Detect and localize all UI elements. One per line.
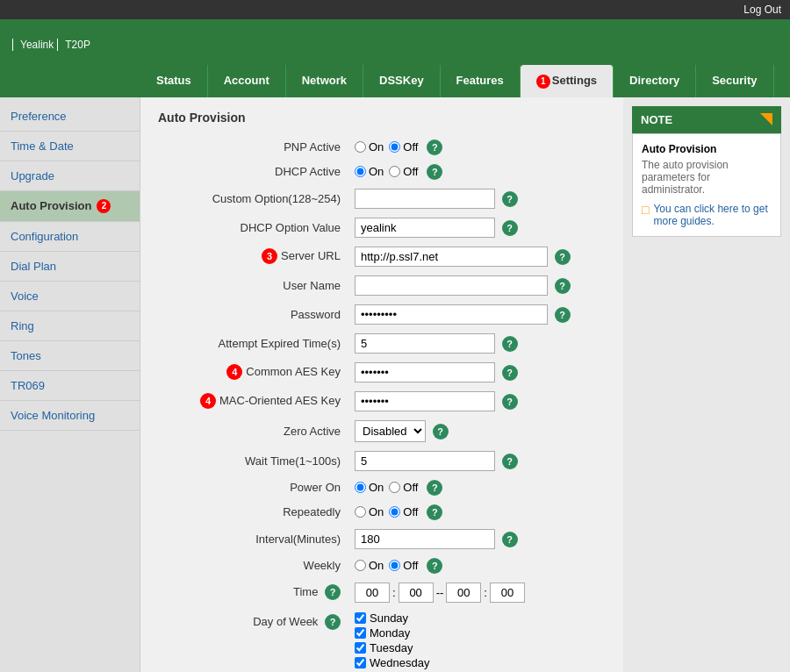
repeatedly-help-icon[interactable]: ? xyxy=(427,504,442,520)
dhcp-off-label[interactable]: Off xyxy=(389,165,418,178)
custom-option-help-icon[interactable]: ? xyxy=(502,191,518,207)
weekly-on-label[interactable]: On xyxy=(355,559,384,572)
day-sunday-checkbox[interactable] xyxy=(355,612,366,624)
label-weekly: Weekly xyxy=(158,554,351,578)
pnp-radio-group: On Off ? xyxy=(355,139,602,155)
interval-minutes-help-icon[interactable]: ? xyxy=(502,532,518,547)
sidebar-item-tr069[interactable]: TR069 xyxy=(0,371,140,401)
sidebar-item-configuration[interactable]: Configuration xyxy=(0,222,140,252)
day-sunday-label[interactable]: Sunday xyxy=(355,611,602,625)
nav-item-status[interactable]: Status xyxy=(140,65,208,97)
sidebar-item-time-date[interactable]: Time & Date xyxy=(0,132,140,161)
day-monday-label[interactable]: Monday xyxy=(355,626,602,640)
sidebar-item-voice-monitoring[interactable]: Voice Monitoring xyxy=(0,401,140,431)
pnp-on-radio[interactable] xyxy=(355,141,366,153)
user-name-help-icon[interactable]: ? xyxy=(555,278,571,294)
weekly-radio-group: On Off ? xyxy=(355,558,602,574)
label-mac-aes: 4MAC-Oriented AES Key xyxy=(158,387,351,416)
power-on-radio-group: On Off ? xyxy=(355,480,602,496)
user-name-input[interactable] xyxy=(355,275,548,296)
dhcp-off-radio[interactable] xyxy=(389,166,400,177)
repeatedly-on-radio[interactable] xyxy=(355,506,366,518)
logo: YealinkT20P xyxy=(9,31,90,54)
mac-aes-help-icon[interactable]: ? xyxy=(502,394,518,410)
day-monday-checkbox[interactable] xyxy=(355,627,366,639)
wait-time-help-icon[interactable]: ? xyxy=(502,454,518,469)
day-wednesday-label[interactable]: Wednesday xyxy=(355,656,602,669)
attempt-expired-help-icon[interactable]: ? xyxy=(502,336,518,352)
row-zero-active: Zero Active Disabled Enabled ? xyxy=(158,416,606,447)
time-m1-input[interactable] xyxy=(399,583,434,603)
time-h1-input[interactable] xyxy=(355,583,390,603)
dhcp-on-label[interactable]: On xyxy=(355,165,384,178)
power-on-on-label[interactable]: On xyxy=(355,481,384,494)
server-url-help-icon[interactable]: ? xyxy=(555,249,571,265)
custom-option-input[interactable] xyxy=(355,189,495,209)
weekly-off-radio[interactable] xyxy=(389,560,400,571)
weekly-help-icon[interactable]: ? xyxy=(427,558,442,574)
zero-active-select[interactable]: Disabled Enabled xyxy=(355,420,426,442)
main-content: Preference Time & Date Upgrade Auto Prov… xyxy=(0,97,790,673)
repeatedly-off-radio[interactable] xyxy=(389,506,400,518)
mac-aes-input[interactable] xyxy=(355,391,495,411)
sidebar-item-auto-provision[interactable]: Auto Provision2 xyxy=(0,191,140,222)
field-dhcp-option-value: ? xyxy=(351,213,606,242)
sidebar-item-upgrade[interactable]: Upgrade xyxy=(0,161,140,191)
nav-item-features[interactable]: Features xyxy=(441,65,521,97)
model-name: T20P xyxy=(57,39,90,51)
note-content-desc: The auto provision parameters for admini… xyxy=(642,159,772,196)
power-on-help-icon[interactable]: ? xyxy=(427,480,442,496)
logout-link[interactable]: Log Out xyxy=(743,4,781,16)
server-url-input[interactable] xyxy=(355,247,548,267)
password-input[interactable] xyxy=(355,304,548,325)
time-help-icon[interactable]: ? xyxy=(325,584,341,600)
repeatedly-off-label[interactable]: Off xyxy=(389,505,418,518)
pnp-off-label[interactable]: Off xyxy=(389,140,418,154)
dhcp-option-help-icon[interactable]: ? xyxy=(502,220,518,236)
pnp-help-icon[interactable]: ? xyxy=(427,139,442,155)
common-aes-input[interactable] xyxy=(355,362,495,382)
nav-item-settings[interactable]: 1Settings xyxy=(521,65,614,97)
nav-item-network[interactable]: Network xyxy=(286,65,363,97)
sidebar-item-ring[interactable]: Ring xyxy=(0,311,140,341)
wait-time-input[interactable] xyxy=(355,451,495,471)
sidebar-item-voice[interactable]: Voice xyxy=(0,282,140,311)
day-tuesday-label[interactable]: Tuesday xyxy=(355,641,602,654)
dhcp-help-icon[interactable]: ? xyxy=(427,164,442,180)
day-wednesday-checkbox[interactable] xyxy=(355,657,366,668)
day-tuesday-checkbox[interactable] xyxy=(355,642,366,654)
nav-item-security[interactable]: Security xyxy=(696,65,773,97)
label-repeatedly: Repeatedly xyxy=(158,500,351,525)
note-content-title: Auto Provision xyxy=(642,143,772,155)
power-on-off-label[interactable]: Off xyxy=(389,481,418,494)
label-common-aes: 4Common AES Key xyxy=(158,358,351,387)
nav-item-directory[interactable]: Directory xyxy=(614,65,696,97)
weekly-on-radio[interactable] xyxy=(355,560,366,571)
zero-active-help-icon[interactable]: ? xyxy=(433,424,449,440)
password-help-icon[interactable]: ? xyxy=(555,307,571,323)
sidebar-item-dial-plan[interactable]: Dial Plan xyxy=(0,252,140,282)
sidebar-item-tones[interactable]: Tones xyxy=(0,341,140,371)
common-aes-help-icon[interactable]: ? xyxy=(502,365,518,381)
day-of-week-help-icon[interactable]: ? xyxy=(325,614,341,630)
dhcp-option-value-input[interactable] xyxy=(355,218,495,238)
time-m2-input[interactable] xyxy=(490,583,525,603)
attempt-expired-input[interactable] xyxy=(355,333,495,354)
section-title: Auto Provision xyxy=(158,111,606,125)
nav-item-dsskey[interactable]: DSSKey xyxy=(363,65,441,97)
label-power-on: Power On xyxy=(158,475,351,500)
weekly-off-label[interactable]: Off xyxy=(389,559,418,572)
power-on-off-radio[interactable] xyxy=(389,482,400,493)
nav-bar: Status Account Network DSSKey Features 1… xyxy=(0,65,790,97)
power-on-on-radio[interactable] xyxy=(355,482,366,493)
label-wait-time: Wait Time(1~100s) xyxy=(158,447,351,475)
pnp-off-radio[interactable] xyxy=(389,141,400,153)
interval-minutes-input[interactable] xyxy=(355,529,495,549)
nav-item-account[interactable]: Account xyxy=(208,65,286,97)
note-link[interactable]: □ You can click here to get more guides. xyxy=(642,203,772,227)
sidebar-item-preference[interactable]: Preference xyxy=(0,102,140,132)
dhcp-on-radio[interactable] xyxy=(355,166,366,177)
time-h2-input[interactable] xyxy=(446,583,481,603)
repeatedly-on-label[interactable]: On xyxy=(355,505,384,518)
pnp-on-label[interactable]: On xyxy=(355,140,384,154)
